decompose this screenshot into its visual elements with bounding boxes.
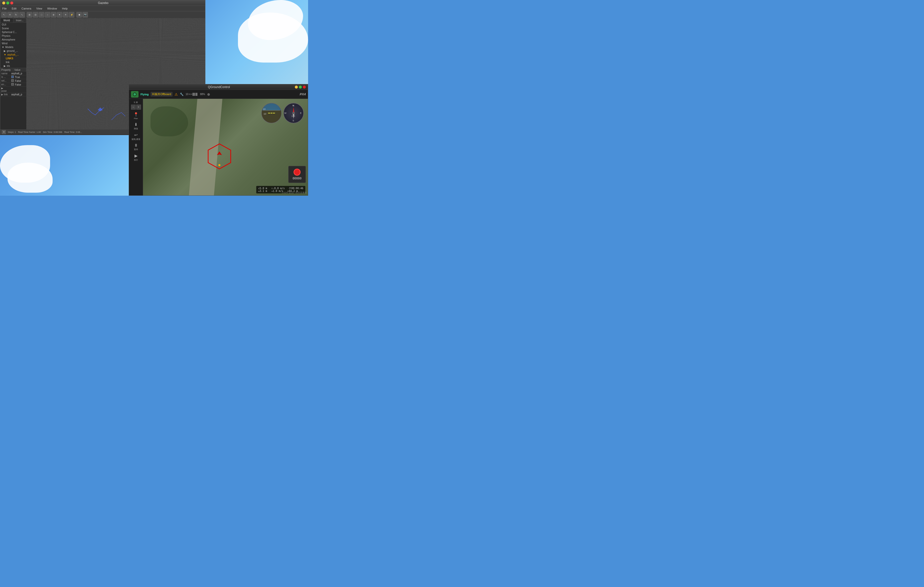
land-icon: ⬇ — [134, 122, 137, 127]
toolbar-snap[interactable]: ⊞ — [27, 12, 32, 18]
qgc-plan-button[interactable]: 📍 Plan — [130, 111, 142, 121]
svg-point-27 — [292, 112, 295, 114]
expand-icon-asphalt: ▼ — [4, 53, 6, 56]
svg-point-3 — [114, 50, 114, 51]
signal-value: 10 — [186, 93, 188, 95]
checkbox-sel[interactable] — [11, 79, 14, 82]
sidebar-item-wind[interactable]: Wind — [0, 41, 26, 45]
drone-hex-svg — [203, 141, 236, 174]
sidebar-tabs: World Inser... — [0, 18, 26, 23]
prop-key-is: is ... — [0, 75, 10, 79]
qgc-px4-logo: PX4 — [300, 92, 306, 96]
svg-text:W: W — [284, 112, 287, 114]
checkbox-is[interactable] — [11, 76, 14, 78]
toolbar-record[interactable]: ⏺ — [76, 12, 82, 18]
qgc-mode[interactable]: 叫板外Offboard — [150, 92, 173, 97]
qgc-land-button[interactable]: ⬇ 降落 — [130, 121, 142, 131]
toolbar-scale[interactable]: ⤡ — [19, 12, 25, 18]
svg-point-0 — [39, 39, 40, 41]
svg-point-2 — [76, 35, 77, 36]
prop-val-link: asphalt_p — [10, 93, 26, 96]
compass-inner-svg: 10 -10 — [262, 104, 281, 123]
drone-hex-indicator — [203, 141, 233, 171]
checkbox-en[interactable] — [11, 83, 14, 86]
gazebo-minimize-button[interactable] — [2, 2, 5, 5]
tab-insert[interactable]: Inser... — [13, 18, 26, 23]
toolbar-screenshot[interactable]: 📷 — [82, 12, 88, 18]
sidebar-item-ground[interactable]: ▶ ground_... — [0, 49, 26, 53]
gazebo-maximize-button[interactable] — [6, 2, 9, 5]
qgc-status-flying: Flying — [140, 93, 148, 96]
toolbar-rotate[interactable]: ↻ — [13, 12, 19, 18]
heading-svg: N E W S 166 — [284, 104, 303, 123]
map-texture: 10 -10 N E W S — [143, 99, 308, 196]
toolbar-box[interactable]: □ — [39, 12, 45, 18]
qgc-maximize-button[interactable] — [299, 86, 302, 89]
expand-icon-iris: ▶ — [4, 64, 6, 67]
sidebar-item-asphalt[interactable]: ▼ asphalt_... — [0, 53, 26, 56]
svg-marker-11 — [217, 151, 222, 155]
svg-rect-13 — [262, 110, 281, 123]
sidebar-label-atmosphere: Atmosphere — [2, 38, 15, 41]
qgc-battery: 88% — [200, 93, 205, 95]
record-button[interactable] — [294, 169, 300, 176]
qgc-logo — [131, 91, 139, 98]
menu-view[interactable]: View — [35, 7, 43, 10]
gazebo-close-button[interactable] — [10, 2, 13, 5]
qgc-execute-button[interactable]: ▶ 执行 — [130, 152, 142, 163]
toolbar-grid[interactable]: ⊟ — [33, 12, 38, 18]
menu-edit[interactable]: Edit — [11, 7, 18, 10]
qgc-map[interactable]: 10 -10 N E W S — [143, 99, 308, 196]
qgc-close-button[interactable] — [303, 86, 306, 89]
pause-icon: ⏸ — [134, 143, 138, 148]
altitude-display: 5 米 − + — [130, 100, 142, 110]
sidebar-item-gui[interactable]: GUI — [0, 23, 26, 26]
pause-button[interactable]: ⏸ — [2, 130, 6, 134]
qgc-window-controls — [295, 86, 306, 89]
sidebar-label-link: link — [6, 61, 10, 64]
toolbar-cylinder[interactable]: ⊕ — [51, 12, 56, 18]
toolbar-sphere[interactable]: ○ — [45, 12, 50, 18]
qgc-minimize-button[interactable] — [295, 86, 298, 89]
sidebar-item-link[interactable]: link — [0, 60, 26, 64]
menu-window[interactable]: Window — [46, 7, 58, 10]
sidebar-item-atmosphere[interactable]: Atmosphere — [0, 38, 26, 41]
record-count: 00000 — [292, 177, 302, 180]
sidebar-label-gui: GUI — [2, 23, 6, 26]
sidebar-item-links[interactable]: LINKS — [0, 56, 26, 60]
svg-point-9 — [134, 94, 135, 95]
sidebar-item-spherical[interactable]: Spherical C... — [0, 30, 26, 34]
sidebar-label-ground: ground_... — [7, 49, 18, 52]
menu-file[interactable]: File — [1, 7, 8, 10]
sidebar-item-physics[interactable]: Physics — [0, 34, 26, 38]
menu-help[interactable]: Help — [61, 7, 69, 10]
land-label: 降落 — [134, 127, 138, 130]
sidebar-label-wind: Wind — [2, 42, 8, 45]
qgc-pause-button[interactable]: ⏸ 暂停 — [130, 142, 142, 152]
tab-world[interactable]: World — [0, 18, 13, 23]
plan-icon: 📍 — [134, 112, 139, 117]
sidebar-item-scene[interactable]: Scene — [0, 26, 26, 30]
toolbar-dirlight[interactable]: ☀ — [63, 12, 68, 18]
toolbar-spotlight[interactable]: ⚡ — [69, 12, 74, 18]
property-header: Property Value — [0, 68, 26, 72]
prop-row-link: ▶ link asphalt_p — [0, 93, 26, 96]
status-alt: ↕5.0 m — [258, 187, 267, 190]
toolbar-select[interactable]: ↖ — [1, 12, 7, 18]
toolbar-pointlight[interactable]: ✦ — [57, 12, 63, 18]
altitude-plus-button[interactable]: + — [136, 105, 141, 110]
qgc-toolbar: Flying 叫板外Offboard ⚠ 🔧 10 /0.0 ▌▌▌ 88% ⊕… — [129, 90, 308, 99]
sidebar-item-iris[interactable]: ▶ iris — [0, 64, 26, 68]
altitude-minus-button[interactable]: − — [131, 105, 136, 110]
toolbar-translate[interactable]: ✛ — [7, 12, 13, 18]
sidebar-label-models: Models — [5, 46, 13, 49]
prop-row-sel: sel... False — [0, 79, 26, 83]
record-panel: 00000 — [288, 166, 306, 183]
qgc-tools-icon[interactable]: 🔧 — [180, 92, 183, 96]
svg-text:E: E — [300, 112, 302, 114]
qgc-return-button[interactable]: ↩ 返航|避退 — [130, 132, 142, 141]
sidebar-item-models[interactable]: ▼ Models — [0, 45, 26, 49]
qgc-compass-icon[interactable]: ⊕ — [207, 92, 210, 96]
menu-camera[interactable]: Camera — [21, 7, 32, 10]
svg-text:10: 10 — [263, 108, 266, 110]
